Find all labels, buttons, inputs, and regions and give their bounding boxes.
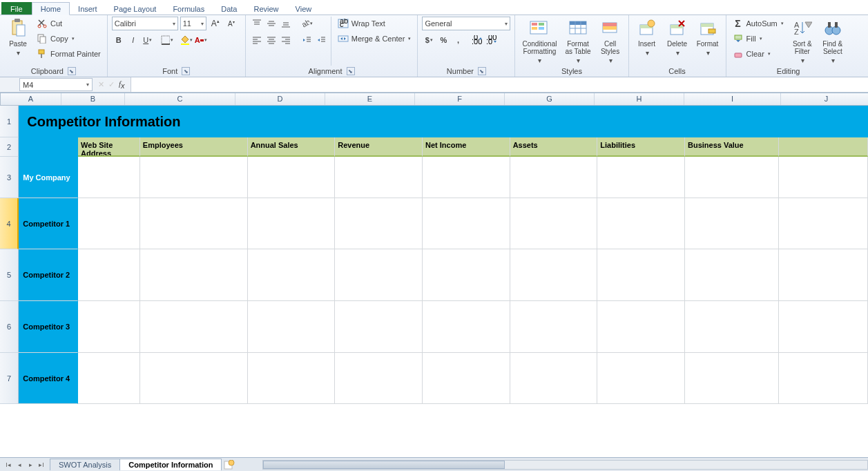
tab-view[interactable]: View — [287, 3, 320, 15]
data-cell[interactable] — [335, 249, 423, 301]
comma-format-button[interactable]: , — [451, 33, 465, 47]
percent-format-button[interactable]: % — [436, 33, 450, 47]
data-cell[interactable] — [78, 249, 140, 301]
data-cell[interactable] — [335, 353, 423, 404]
wrap-text-button[interactable]: abcWrap Text — [336, 17, 414, 30]
align-middle-button[interactable] — [264, 17, 278, 30]
data-cell[interactable] — [510, 157, 598, 198]
find-select-button[interactable]: Find & Select▾ — [819, 17, 847, 66]
tab-file[interactable]: File — [1, 2, 32, 15]
data-cell[interactable] — [685, 353, 779, 404]
decrease-indent-button[interactable] — [300, 33, 314, 47]
horizontal-scrollbar[interactable] — [262, 459, 868, 470]
cell-styles-button[interactable]: Cell Styles▾ — [597, 17, 624, 66]
row-header-7[interactable]: 7 — [0, 353, 19, 404]
data-cell[interactable] — [248, 353, 336, 404]
data-cell[interactable] — [510, 353, 598, 404]
orientation-button[interactable]: ab▾ — [300, 17, 314, 30]
col-header-F[interactable]: F — [415, 93, 505, 105]
paste-button[interactable]: Paste▾ — [4, 17, 32, 66]
data-cell[interactable] — [78, 198, 140, 249]
data-cell[interactable] — [335, 301, 423, 353]
data-cell[interactable] — [140, 301, 248, 353]
col-header-net-income[interactable]: Net Income — [423, 137, 510, 157]
data-cell[interactable] — [78, 157, 140, 198]
data-cell[interactable] — [423, 249, 510, 301]
data-cell[interactable] — [78, 353, 140, 404]
data-cell[interactable] — [685, 157, 779, 198]
row-label-competitor-3[interactable]: Competitor 3 — [19, 301, 78, 353]
data-cell[interactable] — [510, 249, 598, 301]
underline-button[interactable]: U▾ — [141, 33, 155, 47]
conditional-formatting-button[interactable]: Conditional Formatting▾ — [519, 17, 559, 66]
sheet-tab-competitor[interactable]: Competitor Information — [119, 459, 222, 470]
font-size-select[interactable]: 11▾ — [180, 17, 206, 30]
data-cell[interactable] — [78, 301, 140, 353]
sheet-nav-last[interactable]: ▸I — [36, 459, 47, 470]
increase-indent-button[interactable] — [314, 33, 328, 47]
align-right-button[interactable] — [279, 33, 293, 47]
col-header-liabilities[interactable]: Liabilities — [597, 137, 685, 157]
format-cells-button[interactable]: Format▾ — [694, 17, 722, 66]
col-header-C[interactable]: C — [125, 93, 235, 105]
col-header-D[interactable]: D — [235, 93, 325, 105]
name-box[interactable]: M4▾ — [19, 78, 93, 91]
data-cell[interactable] — [685, 301, 779, 353]
data-cell[interactable] — [248, 301, 336, 353]
tab-data[interactable]: Data — [213, 3, 245, 15]
col-header-business-value[interactable]: Business Value — [685, 137, 779, 157]
col-header-revenue[interactable]: Revenue — [335, 137, 423, 157]
data-cell[interactable] — [248, 249, 336, 301]
fill-button[interactable]: Fill▾ — [731, 32, 786, 46]
col-header-employees[interactable]: Employees — [140, 137, 248, 157]
decrease-decimal-button[interactable]: .00.0 — [485, 33, 499, 47]
shrink-font-button[interactable]: A▾ — [224, 17, 238, 30]
col-header-assets[interactable]: Assets — [510, 137, 598, 157]
number-format-select[interactable]: General▾ — [422, 17, 510, 30]
italic-button[interactable]: I — [126, 33, 140, 47]
row-header-6[interactable]: 6 — [0, 301, 19, 353]
row-label-my-company[interactable]: My Company — [19, 157, 78, 198]
data-cell[interactable] — [510, 198, 598, 249]
formula-input[interactable] — [131, 77, 868, 92]
autosum-button[interactable]: ΣAutoSum▾ — [731, 17, 786, 30]
align-top-button[interactable] — [250, 17, 264, 30]
copy-button[interactable]: Copy▾ — [35, 32, 103, 46]
format-painter-button[interactable]: Format Painter — [35, 47, 103, 61]
alignment-dialog-launcher[interactable]: ⬊ — [347, 67, 355, 75]
row-label-competitor-4[interactable]: Competitor 4 — [19, 353, 78, 404]
border-button[interactable]: ▾ — [160, 33, 174, 47]
sheet-nav-first[interactable]: I◂ — [3, 459, 14, 470]
data-cell[interactable] — [423, 198, 510, 249]
data-cell[interactable] — [140, 353, 248, 404]
font-color-button[interactable]: A▾ — [194, 33, 208, 47]
tab-review[interactable]: Review — [245, 3, 287, 15]
col-header-A[interactable]: A — [1, 93, 61, 105]
clipboard-dialog-launcher[interactable]: ⬊ — [68, 67, 76, 75]
align-center-button[interactable] — [264, 33, 278, 47]
data-cell[interactable] — [140, 157, 248, 198]
font-dialog-launcher[interactable]: ⬊ — [182, 67, 190, 75]
accounting-format-button[interactable]: $▾ — [422, 33, 436, 47]
data-cell[interactable] — [779, 301, 868, 353]
row-header-5[interactable]: 5 — [0, 249, 19, 301]
data-cell[interactable] — [597, 249, 685, 301]
data-cell[interactable] — [510, 301, 598, 353]
data-cell[interactable] — [597, 301, 685, 353]
data-cell[interactable] — [597, 198, 685, 249]
increase-decimal-button[interactable]: .0.00 — [470, 33, 484, 47]
data-cell[interactable] — [779, 198, 868, 249]
data-cell[interactable] — [335, 198, 423, 249]
col-header-I[interactable]: I — [684, 93, 781, 105]
data-cell[interactable] — [597, 353, 685, 404]
header-extra[interactable] — [779, 137, 868, 157]
sheet-nav-next[interactable]: ▸ — [25, 459, 36, 470]
merge-center-button[interactable]: Merge & Center▾ — [336, 32, 414, 46]
data-cell[interactable] — [423, 301, 510, 353]
row-header-3[interactable]: 3 — [0, 157, 19, 198]
col-header-E[interactable]: E — [325, 93, 415, 105]
format-as-table-button[interactable]: Format as Table▾ — [562, 17, 593, 66]
sort-filter-button[interactable]: AZSort & Filter▾ — [789, 17, 816, 66]
row-header-4[interactable]: 4 — [0, 198, 19, 249]
fill-color-button[interactable]: ▾ — [180, 33, 193, 47]
